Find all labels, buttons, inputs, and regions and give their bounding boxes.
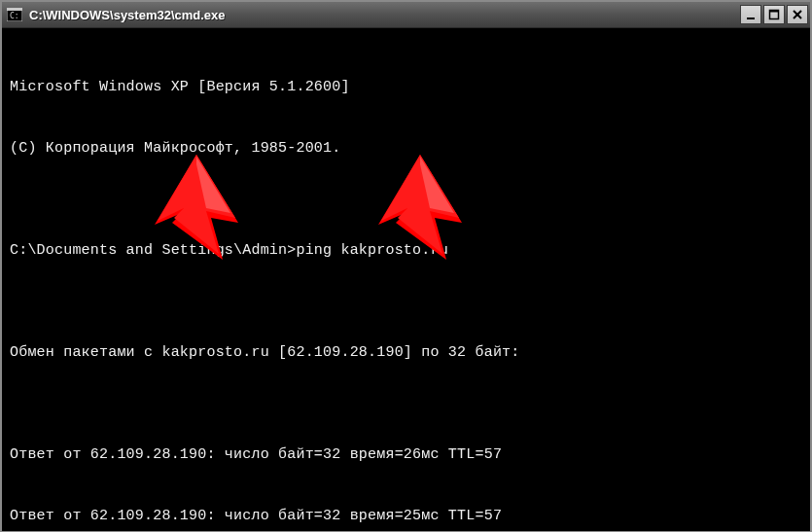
- titlebar[interactable]: C: C:\WINDOWS\system32\cmd.exe: [2, 2, 810, 28]
- cmd-icon: C:: [6, 6, 23, 23]
- svg-rect-1: [7, 8, 22, 11]
- terminal-output[interactable]: Microsoft Windows XP [Версия 5.1.2600] (…: [2, 28, 810, 531]
- prompt-line: C:\Documents and Settings\Admin>ping kak…: [10, 240, 802, 261]
- window-buttons: [740, 5, 808, 24]
- maximize-icon: [768, 9, 780, 20]
- minimize-button[interactable]: [740, 5, 761, 24]
- minimize-icon: [745, 9, 757, 20]
- svg-rect-3: [747, 18, 755, 19]
- svg-marker-10: [196, 157, 230, 213]
- svg-text:C:: C:: [10, 12, 19, 20]
- svg-rect-5: [770, 11, 779, 13]
- cmd-window: C: C:\WINDOWS\system32\cmd.exe: [0, 0, 812, 532]
- svg-marker-12: [381, 155, 459, 254]
- svg-marker-13: [420, 157, 454, 213]
- close-icon: [792, 9, 803, 20]
- close-button[interactable]: [787, 5, 808, 24]
- output-line: Ответ от 62.109.28.190: число байт=32 вр…: [10, 444, 802, 465]
- output-line: Microsoft Windows XP [Версия 5.1.2600]: [10, 77, 802, 97]
- svg-marker-9: [158, 155, 235, 254]
- maximize-button[interactable]: [763, 5, 785, 24]
- window-title: C:\WINDOWS\system32\cmd.exe: [29, 8, 740, 22]
- output-line: (С) Корпорация Майкрософт, 1985-2001.: [10, 138, 802, 159]
- output-line: Ответ от 62.109.28.190: число байт=32 вр…: [10, 506, 802, 526]
- output-line: Обмен пакетами с kakprosto.ru [62.109.28…: [10, 342, 802, 363]
